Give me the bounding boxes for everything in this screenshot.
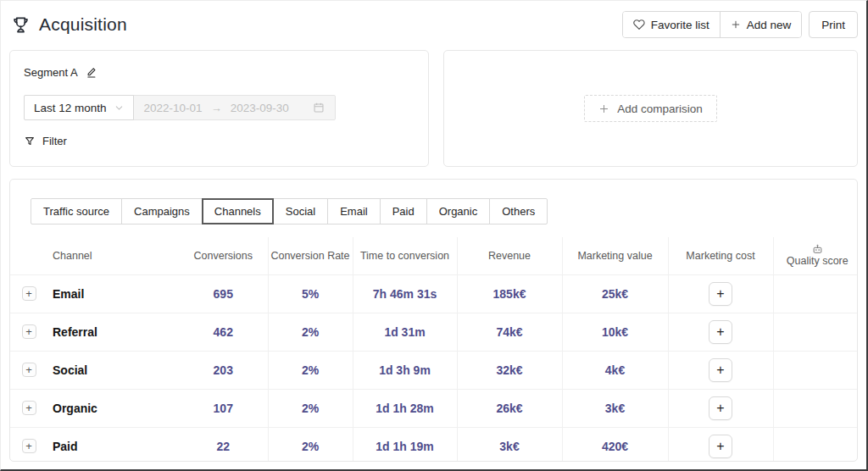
expand-row-button[interactable]: + [22,324,36,339]
expand-row-button[interactable]: + [22,363,36,377]
revenue-cell: 185k€ [457,274,562,313]
quality-score-cell [773,313,858,351]
report-tabs: Traffic source Campaigns Channels Social… [31,198,857,224]
time-to-conversion-cell: 1d 1h 28m [353,389,457,427]
date-range-input[interactable]: 2022-10-01 → 2023-09-30 [133,95,336,120]
report-card: Traffic source Campaigns Channels Social… [9,179,858,462]
segment-row: Segment A [24,66,415,79]
segment-card: Segment A Last 12 month [9,50,429,167]
expand-column-header [10,237,47,274]
conversions-cell: 695 [179,274,268,313]
revenue-cell: 74k€ [457,313,562,351]
tab-social[interactable]: Social [273,198,328,224]
add-comparison-label: Add comparision [617,103,703,115]
date-range-control: Last 12 month 2022-10-01 → 2023-09-30 [24,95,415,120]
top-actions: Favorite list Add new Print [622,11,858,38]
favorite-addnew-group: Favorite list Add new [622,11,803,38]
quality-score-cell [773,427,858,462]
conversion-rate-cell: 2% [268,389,353,427]
column-header-time-to-conversion: Time to conversion [353,237,457,274]
add-marketing-cost-button[interactable]: + [709,435,732,458]
tab-campaigns[interactable]: Campaigns [121,198,203,224]
table-header-row: Channel Conversions Conversion Rate Time… [10,237,858,274]
marketing-value-cell: 10k€ [562,313,668,351]
conversions-cell: 203 [179,351,268,389]
expand-row-button[interactable]: + [22,286,36,301]
print-button[interactable]: Print [809,11,858,38]
column-header-channel: Channel [47,237,179,274]
expand-row-button[interactable]: + [22,439,36,453]
revenue-cell: 26k€ [457,389,562,427]
quality-score-cell [773,274,858,313]
channels-table: Channel Conversions Conversion Rate Time… [10,237,858,462]
column-header-revenue: Revenue [457,237,562,274]
segment-name: Segment A [24,66,78,79]
date-start-value: 2022-10-01 [144,102,203,114]
conversions-cell: 22 [179,427,268,462]
plus-icon [731,19,741,30]
filter-label: Filter [42,135,67,147]
marketing-value-cell: 25k€ [562,274,668,313]
conversions-cell: 107 [179,389,268,427]
marketing-value-cell: 4k€ [562,351,668,389]
page-title-wrap: Acquisition [11,14,127,35]
add-new-label: Add new [747,19,792,31]
date-preset-select[interactable]: Last 12 month [24,95,134,120]
conversions-cell: 462 [179,313,268,351]
table-row-referral: + Referral 462 2% 1d 31m 74k€ 10k€ + [10,313,858,351]
filter-button[interactable]: Filter [24,135,67,147]
marketing-cost-cell: + [668,427,773,462]
tab-organic[interactable]: Organic [426,198,491,224]
tab-channels[interactable]: Channels [202,198,274,224]
date-end-value: 2023-09-30 [231,102,289,114]
tab-paid[interactable]: Paid [380,198,427,224]
tab-traffic-source[interactable]: Traffic source [31,198,122,224]
comparison-card: Add comparision [443,50,858,167]
tab-others[interactable]: Others [489,198,548,224]
table-row-email: + Email 695 5% 7h 46m 31s 185k€ 25k€ + [10,274,858,313]
marketing-value-cell: 420€ [562,427,668,462]
tab-email[interactable]: Email [327,198,381,224]
conversion-rate-cell: 2% [268,313,353,351]
favorite-list-button[interactable]: Favorite list [623,12,720,37]
channel-cell: Paid [47,427,179,462]
edit-pencil-icon [86,66,98,79]
channel-cell: Referral [47,313,179,351]
column-header-marketing-value: Marketing value [562,237,668,274]
quality-score-cell [773,389,858,427]
time-to-conversion-cell: 7h 46m 31s [353,274,457,313]
conversion-rate-cell: 5% [268,274,353,313]
marketing-cost-cell: + [668,313,773,351]
time-to-conversion-cell: 1d 1h 19m [353,427,457,462]
add-marketing-cost-button[interactable]: + [709,396,732,420]
top-bar: Acquisition Favorite list Add new [11,11,858,38]
revenue-cell: 32k€ [457,351,562,389]
funnel-icon [24,136,36,147]
heart-icon [633,19,645,30]
add-marketing-cost-button[interactable]: + [709,282,732,306]
channel-cell: Social [47,351,179,389]
channel-cell: Email [47,274,179,313]
marketing-value-cell: 3k€ [562,389,668,427]
column-header-conversions: Conversions [179,237,268,274]
filters-row: Segment A Last 12 month [9,50,858,167]
column-header-quality-score: Quality score [773,237,858,274]
add-marketing-cost-button[interactable]: + [709,320,732,344]
quality-score-cell [773,351,858,389]
robot-icon [812,244,823,255]
arrow-right-icon: → [211,102,222,114]
table-row-social: + Social 203 2% 1d 3h 9m 32k€ 4k€ + [10,351,858,389]
marketing-cost-cell: + [668,389,773,427]
time-to-conversion-cell: 1d 31m [353,313,457,351]
add-marketing-cost-button[interactable]: + [709,358,732,382]
add-comparison-button[interactable]: Add comparision [584,95,717,122]
channel-cell: Organic [47,389,179,427]
conversion-rate-cell: 2% [268,427,353,462]
edit-segment-button[interactable] [86,66,98,79]
revenue-cell: 3k€ [457,427,562,462]
marketing-cost-cell: + [668,274,773,313]
trophy-icon [11,15,31,35]
expand-row-button[interactable]: + [22,401,36,415]
calendar-icon [313,102,325,114]
add-new-button[interactable]: Add new [720,12,802,37]
